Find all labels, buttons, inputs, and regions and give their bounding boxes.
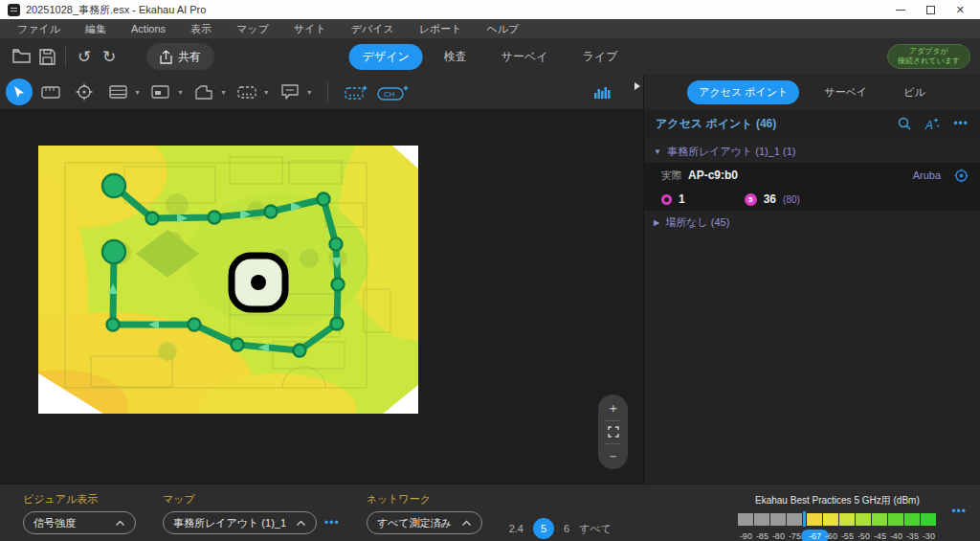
open-file-icon[interactable] <box>10 44 34 69</box>
chevron-up-icon <box>115 520 125 527</box>
legend-segment <box>856 513 871 526</box>
select-tool[interactable] <box>6 79 33 105</box>
area-tool-caret[interactable]: ▼ <box>220 89 227 96</box>
menu-device[interactable]: デバイス <box>351 22 394 36</box>
locate-ap-icon[interactable] <box>954 169 969 183</box>
legend-label: -85 <box>756 531 768 541</box>
ruler-tool[interactable] <box>35 79 66 105</box>
app-icon <box>8 4 20 16</box>
legend-threshold-marker <box>803 511 806 527</box>
visualization-group: ビジュアル表示 信号強度 <box>23 492 136 534</box>
visualization-label: ビジュアル表示 <box>23 492 136 507</box>
window-title: 20251028_事務所.esx - Ekahau AI Pro <box>26 3 206 17</box>
menu-actions[interactable]: Actions <box>131 23 166 34</box>
note-tool-caret[interactable]: ▼ <box>306 89 313 96</box>
tab-survey[interactable]: サーベイ <box>488 44 562 70</box>
note-tool[interactable] <box>275 79 305 105</box>
attenuation-tool-caret[interactable]: ▼ <box>177 89 184 96</box>
map-label: マップ <box>163 492 340 507</box>
map-select[interactable]: 事務所レイアウト (1)_1 <box>163 511 317 534</box>
ekahau-app: 20251028_事務所.esx - Ekahau AI Pro ✕ ファイル … <box>0 0 980 541</box>
close-icon[interactable]: ✕ <box>956 5 965 15</box>
map-menu-icon[interactable]: ••• <box>324 516 340 530</box>
legend-menu-icon[interactable]: ••• <box>951 505 967 518</box>
legend-label: -90 <box>740 531 752 541</box>
legend-segment <box>921 513 936 526</box>
menu-map[interactable]: マップ <box>236 22 269 36</box>
zoom-fit-button[interactable] <box>608 426 619 438</box>
adapter-status-badge: アダプタが 接続されています <box>887 44 970 70</box>
histogram-icon[interactable] <box>588 79 618 105</box>
tree-group-unplaced-label: 場所なし (45) <box>665 215 729 230</box>
zoom-in-button[interactable]: ＋ <box>607 401 620 415</box>
share-button[interactable]: 共有 <box>146 43 214 70</box>
band-6-button[interactable]: 6 <box>564 523 569 534</box>
map-canvas[interactable]: ＋ － <box>0 110 643 484</box>
radio-24ghz-icon <box>661 194 672 205</box>
access-point-tool[interactable] <box>232 79 262 105</box>
ai-sort-icon[interactable]: A <box>924 117 940 131</box>
band-all-button[interactable]: すべて <box>579 522 612 536</box>
panel-menu-icon[interactable]: ••• <box>953 117 969 130</box>
ap-list-item-selected[interactable]: 実際 AP-c9:b0 Aruba 1 5 36 (80) <box>644 163 980 211</box>
legend-label: -35 <box>906 531 919 541</box>
legend-segment <box>888 513 903 526</box>
adapter-status-line2: 接続されています <box>898 56 960 66</box>
tab-inspect[interactable]: 検査 <box>431 44 480 70</box>
legend-segment <box>754 513 769 526</box>
network-select[interactable]: すべて測定済み <box>367 511 482 534</box>
tools-toolbar: ▼ ▼ ▼ ▼ ▼ CH <box>0 75 643 110</box>
caret-down-icon[interactable]: ▼ <box>654 147 661 156</box>
attenuation-area-tool[interactable] <box>145 79 176 105</box>
access-points-header: アクセス ポイント (46) A ••• <box>644 110 980 137</box>
menu-site[interactable]: サイト <box>294 22 326 36</box>
share-icon <box>160 50 172 64</box>
zoom-separator <box>605 420 621 421</box>
tab-live[interactable]: ライブ <box>569 44 632 70</box>
legend-label: -80 <box>772 531 785 541</box>
undo-icon[interactable]: ↺ <box>72 47 97 67</box>
menu-file[interactable]: ファイル <box>17 22 60 36</box>
menu-report[interactable]: レポート <box>419 22 462 36</box>
area-tool[interactable] <box>189 79 219 105</box>
access-point-tree: ▼ 事務所レイアウト (1)_1 (1) 実際 AP-c9:b0 Aruba <box>644 137 980 484</box>
panel-tab-buildings[interactable]: ビル <box>892 80 937 104</box>
floor-plan-map[interactable] <box>38 146 418 414</box>
menu-view[interactable]: 表示 <box>190 22 212 36</box>
legend-segment <box>839 513 855 526</box>
band-24-button[interactable]: 2.4 <box>509 523 523 534</box>
ap-marker <box>232 256 285 309</box>
legend-segment <box>807 513 822 526</box>
share-label: 共有 <box>178 49 201 65</box>
radio-5ghz-count: 36 <box>764 192 776 206</box>
tree-group-unplaced[interactable]: ▶ 場所なし (45) <box>644 212 980 233</box>
calibrate-tool[interactable] <box>69 79 100 105</box>
save-icon[interactable] <box>34 44 59 69</box>
cursor-icon <box>12 85 26 99</box>
radio-5ghz-icon: 5 <box>745 193 757 206</box>
panel-tab-surveys[interactable]: サーベイ <box>813 80 879 104</box>
legend-label: -60 <box>825 531 837 541</box>
auto-channel-planner-tool[interactable]: CH <box>374 79 412 105</box>
minimize-icon[interactable] <box>896 10 905 11</box>
panel-tab-access-points[interactable]: アクセス ポイント <box>687 80 799 104</box>
menu-help[interactable]: ヘルプ <box>486 22 519 36</box>
ap-prefix: 実際 <box>661 169 682 183</box>
access-points-title: アクセス ポイント (46) <box>656 116 776 132</box>
search-icon[interactable] <box>898 117 911 130</box>
panel-collapse-icon[interactable] <box>635 82 640 90</box>
maximize-icon[interactable] <box>926 6 935 14</box>
redo-icon[interactable]: ↻ <box>97 47 122 67</box>
auto-ap-placement-tool[interactable] <box>341 79 371 105</box>
band-5-button[interactable]: 5 <box>533 518 554 539</box>
access-point-tool-caret[interactable]: ▼ <box>263 89 270 96</box>
legend-scale <box>738 511 936 527</box>
wall-tool-caret[interactable]: ▼ <box>134 89 141 96</box>
tree-group-layout[interactable]: ▼ 事務所レイアウト (1)_1 (1) <box>644 141 980 162</box>
zoom-out-button[interactable]: － <box>607 449 620 462</box>
menu-edit[interactable]: 編集 <box>85 22 106 36</box>
tab-design[interactable]: デザイン <box>349 44 423 70</box>
wall-tool[interactable] <box>102 79 133 105</box>
visualization-select[interactable]: 信号強度 <box>23 511 136 534</box>
caret-right-icon[interactable]: ▶ <box>654 218 659 227</box>
